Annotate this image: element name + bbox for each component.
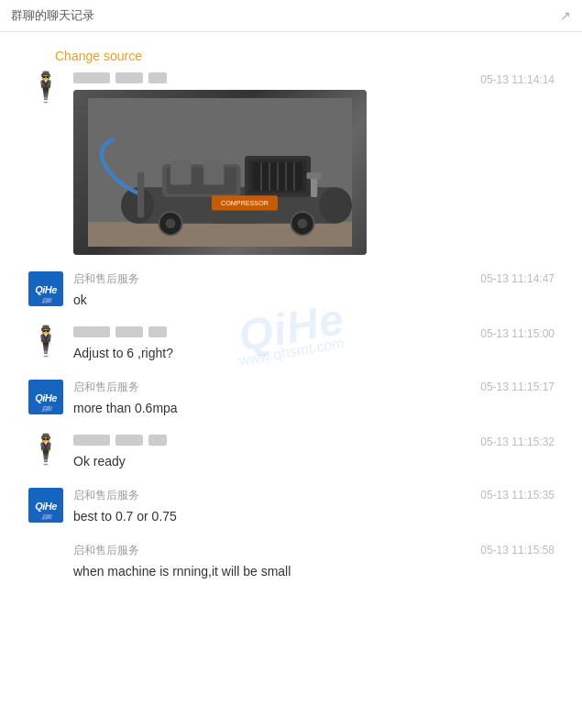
message-header: 05-13 11:14:14	[73, 72, 555, 86]
message-text: Adjust to 6 ,right?	[73, 344, 555, 363]
svg-text:启和: 启和	[40, 297, 53, 303]
compressor-image: COMPRESSOR	[73, 90, 367, 255]
avatar: QiHe 启和	[27, 380, 64, 416]
message-header: 05-13 11:15:00	[73, 326, 555, 340]
avatar: 🕴	[27, 72, 64, 109]
message-timestamp: 05-13 11:14:14	[480, 73, 555, 86]
message-timestamp: 05-13 11:15:32	[480, 436, 555, 448]
sender-name-blurred	[73, 326, 167, 337]
svg-rect-24	[311, 177, 317, 198]
change-source-label: Change source	[0, 32, 582, 72]
message-header: 启和售后服务 05-13 11:15:17	[73, 380, 555, 395]
message-timestamp: 05-13 11:15:00	[480, 327, 555, 340]
message-content: 启和售后服务 05-13 11:15:58 when machine is rn…	[73, 543, 555, 581]
message-timestamp: 05-13 11:14:47	[480, 272, 555, 285]
message-header: 启和售后服务 05-13 11:15:35	[73, 488, 555, 503]
name-blur-1	[73, 326, 110, 337]
svg-text:QiHe: QiHe	[35, 284, 57, 295]
message-header: 05-13 11:15:32	[73, 435, 555, 448]
svg-rect-25	[307, 172, 322, 179]
svg-text:QiHe: QiHe	[35, 392, 57, 403]
message-header: 启和售后服务 05-13 11:15:58	[73, 543, 555, 558]
message-row: QiHe 启和 启和售后服务 05-13 11:15:35 best to 0.…	[27, 488, 555, 526]
sender-company-name: 启和售后服务	[73, 488, 139, 503]
chat-container: QiHe www.qhsmt.com 🕴 05-13 11:14:14	[0, 72, 582, 581]
company-logo-avatar: QiHe 启和	[28, 488, 63, 523]
avatar: QiHe 启和	[27, 488, 64, 524]
message-header: 启和售后服务 05-13 11:14:47	[73, 271, 555, 287]
avatar: QiHe 启和	[27, 271, 64, 308]
message-row: 🕴 05-13 11:14:14	[27, 72, 555, 255]
name-blur-3	[148, 326, 167, 337]
name-blur-1	[73, 72, 110, 83]
svg-rect-20	[170, 160, 192, 185]
share-icon[interactable]: ↗	[560, 8, 571, 23]
message-text: more than 0.6mpa	[73, 399, 555, 418]
sender-company-name: 启和售后服务	[73, 543, 139, 558]
message-row: QiHe 启和 启和售后服务 05-13 11:15:17 more than …	[27, 380, 555, 418]
message-content: 05-13 11:15:00 Adjust to 6 ,right?	[73, 326, 555, 363]
message-timestamp: 05-13 11:15:58	[480, 544, 555, 557]
message-content: 启和售后服务 05-13 11:15:17 more than 0.6mpa	[73, 380, 555, 418]
company-logo-avatar: QiHe 启和	[28, 271, 63, 306]
message-timestamp: 05-13 11:15:17	[480, 381, 555, 393]
svg-rect-26	[137, 172, 144, 218]
message-row: 启和售后服务 05-13 11:15:58 when machine is rn…	[27, 543, 555, 581]
name-blur-2	[115, 435, 143, 446]
svg-text:启和: 启和	[40, 513, 53, 520]
name-blur-2	[115, 326, 143, 337]
message-text: ok	[73, 291, 555, 310]
company-logo-avatar: QiHe 启和	[28, 380, 63, 414]
message-content: 启和售后服务 05-13 11:14:47 ok	[73, 271, 555, 310]
name-blur-3	[148, 72, 167, 83]
page-title: 群聊的聊天记录	[11, 7, 94, 24]
svg-text:COMPRESSOR: COMPRESSOR	[221, 199, 269, 207]
compressor-svg: COMPRESSOR	[88, 98, 352, 247]
svg-point-5	[319, 187, 352, 224]
message-row: 🕴 05-13 11:15:32 Ok ready	[27, 435, 555, 471]
svg-rect-21	[203, 160, 225, 185]
avatar-human-icon: 🕴	[27, 435, 64, 464]
message-content: 05-13 11:14:14	[73, 72, 555, 255]
svg-text:QiHe: QiHe	[35, 501, 57, 512]
name-blur-1	[73, 435, 110, 446]
avatar: 🕴	[27, 326, 64, 363]
message-text: Ok ready	[73, 452, 555, 471]
message-image: COMPRESSOR	[73, 90, 367, 255]
message-text: when machine is rnning,it will be small	[73, 562, 555, 581]
message-row: 🕴 05-13 11:15:00 Adjust to 6 ,right?	[27, 326, 555, 363]
name-blur-3	[148, 435, 167, 446]
sender-company-name: 启和售后服务	[73, 380, 139, 395]
avatar-human-icon: 🕴	[27, 72, 64, 102]
sender-name-blurred	[73, 72, 167, 83]
message-content: 05-13 11:15:32 Ok ready	[73, 435, 555, 471]
sender-name-blurred	[73, 435, 167, 446]
svg-point-7	[166, 218, 176, 228]
message-text: best to 0.7 or 0.75	[73, 507, 555, 526]
title-bar: 群聊的聊天记录 ↗	[0, 0, 582, 32]
sender-company-name: 启和售后服务	[73, 271, 139, 287]
message-timestamp: 05-13 11:15:35	[480, 489, 555, 502]
message-content: 启和售后服务 05-13 11:15:35 best to 0.7 or 0.7…	[73, 488, 555, 526]
svg-point-9	[298, 218, 308, 228]
svg-text:启和: 启和	[40, 405, 53, 412]
message-row: QiHe 启和 启和售后服务 05-13 11:14:47 ok	[27, 271, 555, 310]
avatar: 🕴	[27, 435, 64, 471]
avatar-human-icon: 🕴	[27, 326, 64, 356]
name-blur-2	[115, 72, 143, 83]
